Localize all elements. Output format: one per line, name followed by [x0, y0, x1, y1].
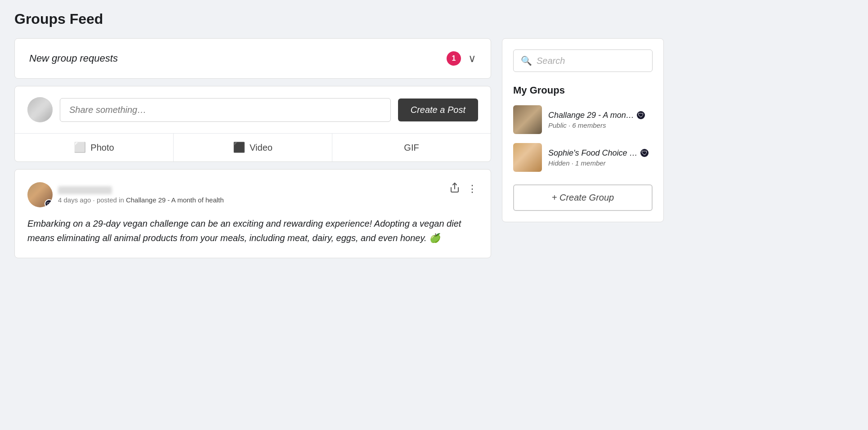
group-thumbnail-1 [513, 105, 542, 134]
create-post-actions: ⬜ Photo ⬛ Video GIF [15, 134, 491, 161]
search-icon: 🔍 [521, 55, 532, 66]
post-header: 🛡 4 days ago · posted in Challange 29 - … [27, 182, 478, 207]
avatar-shield-icon: 🛡 [45, 199, 53, 207]
create-post-card: Create a Post ⬜ Photo ⬛ Video GIF [14, 86, 491, 162]
post-card: 🛡 4 days ago · posted in Challange 29 - … [14, 169, 491, 258]
group-name-row-2: Sophie's Food Choice … 🛡 [548, 148, 653, 158]
group-item-2[interactable]: Sophie's Food Choice … 🛡 Hidden · 1 memb… [513, 143, 653, 172]
photo-label: Photo [90, 143, 114, 153]
post-content: Embarking on a 29-day vegan challenge ca… [27, 216, 478, 245]
video-label: Video [250, 143, 273, 153]
group-shield-icon-1: 🛡 [637, 111, 645, 119]
share-button[interactable] [449, 182, 460, 196]
group-shield-icon-2: 🛡 [640, 149, 649, 157]
photo-icon: ⬜ [74, 142, 86, 153]
post-meta: 4 days ago · posted in Challange 29 - A … [58, 186, 224, 204]
group-requests-card[interactable]: New group requests 1 ∨ [14, 38, 491, 79]
my-groups-title: My Groups [513, 85, 653, 96]
group-thumbnail-2 [513, 143, 542, 172]
create-post-top: Create a Post [15, 86, 491, 134]
create-post-button[interactable]: Create a Post [398, 99, 478, 121]
post-avatar: 🛡 [27, 182, 53, 207]
video-button[interactable]: ⬛ Video [174, 134, 332, 161]
group-meta-1: Public · 6 members [548, 121, 653, 129]
post-time-ago: 4 days ago · posted in [58, 196, 126, 204]
post-time: 4 days ago · posted in Challange 29 - A … [58, 196, 224, 204]
more-options-button[interactable]: ⋮ [467, 183, 478, 195]
share-icon [449, 182, 460, 193]
gif-label: GIF [404, 143, 419, 153]
group-meta-2: Hidden · 1 member [548, 159, 653, 167]
requests-right: 1 ∨ [447, 51, 476, 66]
gif-button[interactable]: GIF [332, 134, 491, 161]
main-layout: New group requests 1 ∨ Create a Post ⬜ P… [14, 38, 854, 258]
search-box[interactable]: 🔍 Search [513, 49, 653, 72]
post-username-row [58, 186, 224, 194]
group-info-2: Sophie's Food Choice … 🛡 Hidden · 1 memb… [548, 148, 653, 167]
sidebar-card: 🔍 Search My Groups Challange 29 - A mon…… [502, 38, 664, 222]
group-item-1[interactable]: Challange 29 - A mon… 🛡 Public · 6 membe… [513, 105, 653, 134]
group-requests-label: New group requests [29, 53, 118, 64]
chevron-down-icon: ∨ [468, 52, 476, 65]
sidebar: 🔍 Search My Groups Challange 29 - A mon…… [502, 38, 664, 222]
post-header-left: 🛡 4 days ago · posted in Challange 29 - … [27, 182, 224, 207]
group-info-1: Challange 29 - A mon… 🛡 Public · 6 membe… [548, 111, 653, 129]
photo-button[interactable]: ⬜ Photo [15, 134, 174, 161]
post-group-link[interactable]: Challange 29 - A month of health [126, 196, 224, 204]
main-content: New group requests 1 ∨ Create a Post ⬜ P… [14, 38, 491, 258]
avatar [27, 97, 53, 122]
post-header-actions: ⋮ [449, 182, 478, 196]
search-placeholder: Search [537, 56, 565, 66]
share-input[interactable] [60, 98, 391, 122]
group-name-1: Challange 29 - A mon… [548, 111, 634, 120]
group-name-2: Sophie's Food Choice … [548, 148, 638, 158]
post-username-blur [58, 186, 112, 194]
page-title: Groups Feed [14, 11, 854, 27]
video-icon: ⬛ [233, 142, 245, 153]
create-group-button[interactable]: + Create Group [513, 184, 653, 211]
group-name-row-1: Challange 29 - A mon… 🛡 [548, 111, 653, 120]
requests-badge: 1 [447, 51, 461, 66]
